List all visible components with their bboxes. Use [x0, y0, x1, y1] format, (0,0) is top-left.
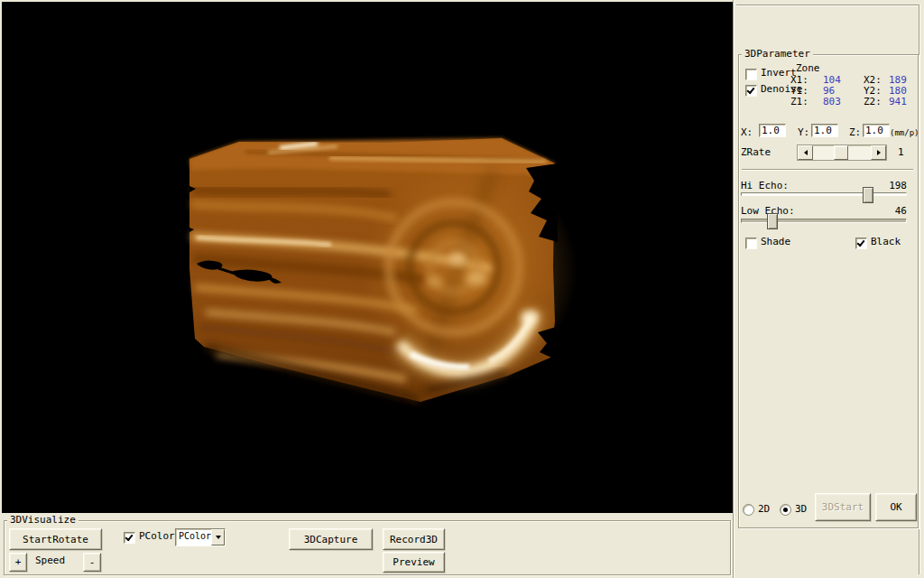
black-label: Black: [871, 237, 901, 247]
invert-checkbox[interactable]: [745, 69, 757, 80]
arrow-left-icon: [804, 150, 808, 155]
black-checkbox[interactable]: [855, 238, 867, 249]
shade-checkbox[interactable]: [745, 238, 757, 249]
render-viewport[interactable]: [2, 2, 733, 513]
hi-echo-label: Hi Echo:: [741, 181, 789, 191]
scale-z-input[interactable]: [863, 124, 890, 137]
scale-unit-label: (mm/p): [890, 127, 919, 138]
right-panel-edge-groove: [919, 5, 920, 574]
parameter-panel-title: 3DParameter: [742, 49, 813, 60]
chevron-down-icon: [216, 536, 221, 539]
arrow-right-icon: [877, 150, 881, 155]
low-echo-value: 46: [869, 206, 907, 217]
speed-label: Speed: [35, 555, 65, 566]
pcolor-dropdown[interactable]: PColor: [175, 528, 226, 546]
preview-button[interactable]: Preview: [383, 552, 445, 573]
zone-z1-label: Z1:: [790, 97, 808, 107]
scale-z-label: Z:: [849, 127, 861, 138]
hi-echo-value: 198: [869, 181, 907, 191]
zrate-scrollbar-thumb[interactable]: [834, 145, 848, 160]
parameter-separator: [742, 169, 913, 171]
scale-x-label: X:: [741, 127, 753, 138]
hi-echo-slider-thumb[interactable]: [863, 187, 873, 203]
mode-3d-label: 3D: [795, 504, 807, 515]
mode-3d-radio[interactable]: [780, 504, 791, 516]
denoise-checkbox[interactable]: [745, 85, 757, 97]
pcolor-checkbox[interactable]: [124, 532, 135, 544]
zrate-label: ZRate: [741, 147, 771, 158]
3dcapture-button[interactable]: 3DCapture: [289, 528, 373, 550]
scale-x-input[interactable]: [759, 124, 786, 137]
zrate-scroll-left-button[interactable]: [798, 145, 813, 160]
zone-z2-value: 941: [889, 97, 907, 107]
pcolor-label: PColor: [139, 531, 175, 542]
zone-z2-label: Z2:: [864, 97, 882, 107]
mode-2d-label: 2D: [758, 504, 770, 515]
ultrasound-3d-app: 3DParameter Invert Denoise Zone X1: 104 …: [0, 0, 924, 578]
panel-divider: [733, 0, 735, 578]
shade-label: Shade: [761, 237, 790, 247]
ultrasound-volume: [2, 2, 733, 513]
start-rotate-button[interactable]: StartRotate: [9, 528, 102, 550]
zrate-value: 1: [898, 147, 904, 158]
3dstart-button[interactable]: 3DStart: [815, 493, 871, 521]
visualize-panel-title: 3DVisualize: [7, 515, 79, 526]
zrate-scrollbar[interactable]: [797, 144, 887, 161]
speed-minus-button[interactable]: -: [83, 553, 101, 572]
right-panel-top-groove: [736, 5, 919, 6]
pcolor-dropdown-button[interactable]: [211, 529, 225, 545]
hi-echo-slider-track[interactable]: [741, 192, 907, 196]
record3d-button[interactable]: Record3D: [383, 528, 445, 550]
low-echo-slider-thumb[interactable]: [767, 213, 778, 229]
speed-plus-button[interactable]: +: [9, 553, 27, 572]
pcolor-dropdown-value: PColor: [179, 531, 211, 542]
scale-y-input[interactable]: [811, 124, 838, 137]
zrate-scroll-right-button[interactable]: [871, 145, 886, 160]
mode-2d-radio[interactable]: [743, 504, 754, 516]
scale-y-label: Y:: [798, 127, 809, 138]
zone-z1-value: 803: [823, 97, 841, 107]
zone-label: Zone: [796, 63, 820, 74]
ok-button[interactable]: OK: [875, 493, 917, 521]
low-echo-slider-track[interactable]: [741, 219, 907, 223]
